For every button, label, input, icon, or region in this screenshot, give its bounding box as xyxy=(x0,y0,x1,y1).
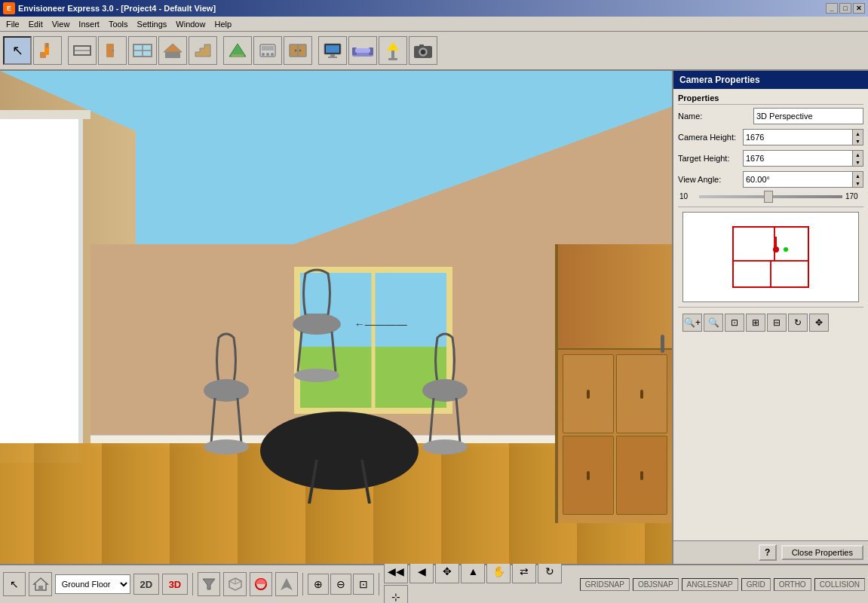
anglesnap-indicator[interactable]: ANGLESNAP xyxy=(682,578,738,591)
3d-view[interactable]: ←———— xyxy=(0,71,672,564)
collision-indicator[interactable]: COLLISION xyxy=(814,578,865,591)
target-height-down[interactable]: ▼ xyxy=(852,158,863,166)
zoom-fit-button[interactable]: ⊡ xyxy=(353,574,374,595)
nav-buttons: ◀◀ ◀ ✥ ▲ ✋ ⇄ ↻ ⊹ xyxy=(384,559,576,603)
roof-tool-button[interactable] xyxy=(158,36,187,65)
status-cube-button[interactable] xyxy=(223,572,246,596)
zoom-out-button[interactable]: ⊖ xyxy=(330,574,351,595)
objsnap-indicator[interactable]: OBJSNAP xyxy=(633,578,679,591)
window-title: Envisioneer Express 3.0 - [Project4 - De… xyxy=(18,4,826,13)
cabinet-unit xyxy=(555,244,672,523)
camera-height-input-wrap: ▲ ▼ xyxy=(743,129,863,145)
mini-map xyxy=(682,212,859,302)
sofa-tool-button[interactable] xyxy=(348,36,377,65)
status-filter-button[interactable] xyxy=(198,572,220,596)
status-nav-button[interactable] xyxy=(275,572,298,596)
fit-map-button[interactable]: ⊞ xyxy=(746,314,765,332)
svg-rect-26 xyxy=(328,57,337,58)
view-angle-slider-thumb[interactable] xyxy=(764,191,773,203)
camera-height-spinner[interactable]: ▲ ▼ xyxy=(852,130,863,145)
menu-file[interactable]: File xyxy=(2,18,24,30)
menu-insert[interactable]: Insert xyxy=(74,18,104,30)
view-3d-button[interactable]: 3D xyxy=(162,574,188,595)
lamp-tool-button[interactable] xyxy=(379,36,407,65)
map-toolbar: 🔍+ 🔍 ⊡ ⊞ ⊟ ↻ ✥ xyxy=(678,311,863,335)
paint-tool-button[interactable] xyxy=(33,36,62,65)
target-height-up[interactable]: ▲ xyxy=(852,151,863,158)
restore-button[interactable]: □ xyxy=(839,3,851,14)
furniture-scene xyxy=(151,270,528,526)
help-button[interactable]: ? xyxy=(759,544,777,561)
menu-tools[interactable]: Tools xyxy=(104,18,133,30)
rotate-map-button[interactable]: ↻ xyxy=(788,314,808,332)
camera-height-down[interactable]: ▼ xyxy=(852,137,863,145)
svg-line-62 xyxy=(298,332,302,372)
menu-window[interactable]: Window xyxy=(171,18,210,30)
camera-height-input[interactable] xyxy=(744,130,852,145)
view-2d-button[interactable]: 2D xyxy=(133,574,159,595)
menu-settings[interactable]: Settings xyxy=(133,18,172,30)
floor-select[interactable]: Ground Floor xyxy=(55,574,130,594)
separator-1 xyxy=(192,573,193,595)
name-row: Name: xyxy=(678,108,863,124)
nav-target-button[interactable]: ⊹ xyxy=(384,585,408,603)
landscape-tool-button[interactable] xyxy=(223,36,252,65)
view-angle-input[interactable] xyxy=(744,172,852,187)
move-map-button[interactable]: ✥ xyxy=(809,314,829,332)
wall-tool-button[interactable] xyxy=(68,36,97,65)
cabinet-tool-button[interactable] xyxy=(284,36,312,65)
door-tool-button[interactable] xyxy=(98,36,127,65)
target-height-spinner[interactable]: ▲ ▼ xyxy=(852,151,863,166)
door-frame-left xyxy=(0,110,90,119)
pan-map-button[interactable]: ⊡ xyxy=(725,314,744,332)
title-bar: E Envisioneer Express 3.0 - [Project4 - … xyxy=(0,0,868,17)
close-properties-button[interactable]: Close Properties xyxy=(781,545,863,560)
status-color-button[interactable] xyxy=(250,572,272,596)
zoom-out-map-button[interactable]: 🔍 xyxy=(704,314,723,332)
ortho-indicator[interactable]: ORTHO xyxy=(774,578,811,591)
view-angle-down[interactable]: ▼ xyxy=(852,179,863,187)
gridsnap-indicator[interactable]: GRIDSNAP xyxy=(580,578,630,591)
appliance-tool-button[interactable] xyxy=(253,36,282,65)
zoom-in-map-button[interactable]: 🔍+ xyxy=(682,314,702,332)
camera-height-up[interactable]: ▲ xyxy=(852,130,863,137)
view-angle-up[interactable]: ▲ xyxy=(852,172,863,179)
view-angle-spinner[interactable]: ▲ ▼ xyxy=(852,172,863,187)
camera-tool-button[interactable] xyxy=(409,36,437,65)
cabinet-door-1 xyxy=(563,354,614,433)
svg-rect-74 xyxy=(38,586,43,590)
svg-point-18 xyxy=(271,53,274,56)
svg-point-16 xyxy=(262,53,265,56)
cabinet-door-3 xyxy=(563,436,614,515)
camera-properties-body: Properties Name: Camera Height: ▲ ▼ xyxy=(673,89,868,540)
status-home-button[interactable] xyxy=(29,572,51,596)
grid-indicator[interactable]: GRID xyxy=(741,578,771,591)
menu-view[interactable]: View xyxy=(48,18,75,30)
target-height-input[interactable] xyxy=(744,151,852,166)
name-input[interactable] xyxy=(754,109,863,124)
svg-line-55 xyxy=(238,398,241,443)
select-map-button[interactable]: ⊟ xyxy=(767,314,787,332)
camera-height-label: Camera Height: xyxy=(678,133,743,142)
status-select-button[interactable]: ↖ xyxy=(3,572,26,596)
menu-bar: File Edit View Insert Tools Settings Win… xyxy=(0,17,868,32)
divider2 xyxy=(678,307,863,308)
select-tool-button[interactable]: ↖ xyxy=(3,36,32,65)
svg-line-54 xyxy=(211,398,215,443)
menu-help[interactable]: Help xyxy=(210,18,236,30)
minimize-button[interactable]: _ xyxy=(826,3,838,14)
slider-min-label: 10 xyxy=(679,192,696,200)
window-tool-button[interactable] xyxy=(128,36,157,65)
svg-marker-31 xyxy=(387,42,399,51)
view-angle-slider-track[interactable] xyxy=(699,195,842,198)
menu-edit[interactable]: Edit xyxy=(24,18,48,30)
monitor-tool-button[interactable] xyxy=(318,36,347,65)
close-button[interactable]: ✕ xyxy=(853,3,865,14)
app-icon: E xyxy=(3,2,15,14)
zoom-in-button[interactable]: ⊕ xyxy=(308,574,329,595)
view-angle-row: View Angle: ▲ ▼ xyxy=(678,171,863,188)
stairs-tool-button[interactable] xyxy=(189,36,217,65)
svg-marker-81 xyxy=(281,578,293,590)
svg-point-21 xyxy=(295,50,297,52)
svg-point-22 xyxy=(299,50,302,52)
